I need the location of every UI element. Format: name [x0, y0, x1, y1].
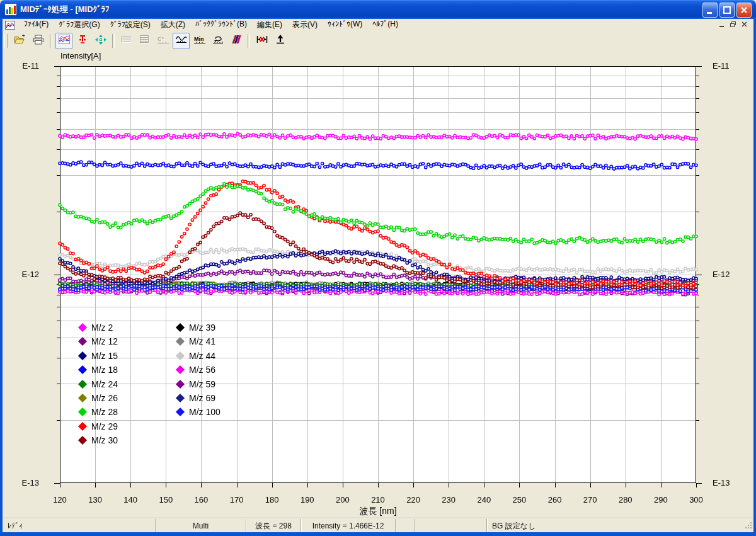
- legend-diamond-icon: [78, 422, 87, 431]
- toolbar: C°C°Min: [3, 31, 753, 51]
- legend-label: M/z 2: [91, 322, 113, 333]
- mid-graph-window-icon[interactable]: [5, 20, 15, 30]
- legend-diamond-icon: [176, 408, 185, 416]
- close-button[interactable]: [736, 3, 752, 18]
- legend-diamond-icon: [78, 337, 87, 346]
- mdi-minimize-button[interactable]: [717, 20, 727, 29]
- open-file-button[interactable]: [11, 33, 28, 49]
- menu-item-6[interactable]: 編集(E): [252, 18, 287, 31]
- resize-grip[interactable]: [744, 521, 753, 532]
- up-arrow-icon: [275, 35, 286, 47]
- thermometer-icon: [77, 35, 88, 47]
- menu-item-8[interactable]: ｳｨﾝﾄﾞｳ(W): [323, 18, 367, 31]
- graph-display-button[interactable]: [55, 33, 72, 49]
- legend-item-m-z-2: M/z 2: [79, 321, 113, 334]
- clear-x-range-button[interactable]: [253, 33, 270, 49]
- legend-label: M/z 41: [189, 336, 215, 346]
- chart-area: Intensity[A] E-11E-12E-13 E-11E-12E-13 1…: [3, 50, 753, 518]
- x-axis-title: 波長 [nm]: [340, 506, 416, 517]
- menu-item-4[interactable]: 拡大(Z): [156, 18, 190, 31]
- window-border-right: [753, 19, 756, 532]
- x-tick-300: 300: [687, 495, 706, 505]
- legend-label: M/z 44: [189, 351, 215, 361]
- legend-item-m-z-30: M/z 30: [79, 434, 118, 447]
- legend-diamond-icon: [78, 394, 87, 402]
- y-tick-right-E-12: E-12: [713, 270, 740, 279]
- legend-label: M/z 59: [189, 379, 215, 389]
- refresh-cycle-button[interactable]: [209, 33, 226, 49]
- legend-item-m-z-12: M/z 12: [79, 335, 118, 348]
- legend-diamond-icon: [176, 351, 185, 360]
- x-tick-190: 190: [298, 495, 317, 505]
- legend-label: M/z 69: [189, 393, 215, 403]
- celsius-scale-button: C°C°: [154, 33, 171, 49]
- fit-to-window-button[interactable]: [92, 33, 109, 49]
- menu-item-7[interactable]: 表示(V): [287, 18, 323, 31]
- legend-diamond-icon: [78, 351, 87, 360]
- y-axis-title: Intensity[A]: [60, 51, 101, 60]
- legend-diamond-icon: [176, 337, 185, 346]
- menu-item-3[interactable]: ｸﾞﾗﾌ設定(S): [105, 18, 156, 31]
- status-spare-1: [395, 519, 414, 533]
- legend-item-m-z-24: M/z 24: [79, 378, 118, 391]
- min-scale-icon: Min: [193, 35, 206, 47]
- menu-items: ﾌｧｲﾙ(F)ｸﾞﾗﾌ選択(G)ｸﾞﾗﾌ設定(S)拡大(Z)ﾊﾞｯｸｸﾞﾗｳﾝﾄ…: [19, 18, 403, 31]
- toolbar-grip[interactable]: [4, 34, 8, 48]
- wave-icon: [176, 35, 187, 47]
- export-up-button[interactable]: [272, 33, 289, 49]
- menu-item-5[interactable]: ﾊﾞｯｸｸﾞﾗｳﾝﾄﾞ(B): [190, 18, 252, 31]
- maximize-button[interactable]: [719, 3, 735, 18]
- legend-item-m-z-59: M/z 59: [177, 378, 215, 391]
- legend-item-m-z-28: M/z 28: [79, 406, 118, 418]
- x-tick-220: 220: [404, 495, 423, 505]
- minimize-button[interactable]: [702, 3, 718, 18]
- loop-icon: [212, 35, 224, 47]
- window-title: MIDﾃﾞｰﾀ処理 - [MIDｸﾞﾗﾌ: [20, 4, 110, 15]
- menu-item-9[interactable]: ﾍﾙﾌﾟ(H): [367, 18, 403, 31]
- legend-item-m-z-15: M/z 15: [79, 350, 118, 362]
- app-icon: [4, 3, 17, 16]
- legend-item-m-z-100: M/z 100: [177, 406, 220, 418]
- legend-label: M/z 39: [189, 322, 215, 333]
- toolbar-separator: [50, 34, 52, 48]
- min-scale-button[interactable]: Min: [191, 33, 208, 49]
- filter-graph-button[interactable]: [227, 33, 244, 49]
- status-background: BG 設定なし: [486, 519, 753, 533]
- folder-open-icon: [14, 35, 26, 47]
- y-tick-right-E-13: E-13: [713, 478, 740, 488]
- legend-diamond-icon: [78, 380, 87, 389]
- menu-item-1[interactable]: ﾌｧｲﾙ(F): [19, 18, 54, 31]
- k-x-icon: [256, 35, 268, 47]
- legend-diamond-icon: [78, 323, 87, 332]
- status-bar: ﾚﾃﾞｨMulti波長 = 298Intensity = 1.466E-12BG…: [3, 518, 753, 533]
- legend-label: M/z 12: [91, 336, 118, 346]
- legend-diamond-icon: [78, 408, 87, 416]
- window-border-bottom: [0, 532, 756, 536]
- legend-diamond-icon: [176, 323, 185, 332]
- legend-item-m-z-69: M/z 69: [177, 392, 215, 404]
- chart-canvas[interactable]: [3, 50, 753, 518]
- title-bar: MIDﾃﾞｰﾀ処理 - [MIDｸﾞﾗﾌ: [0, 0, 756, 19]
- print-button[interactable]: [30, 33, 47, 49]
- mdi-close-button[interactable]: [740, 20, 750, 29]
- menu-item-2[interactable]: ｸﾞﾗﾌ選択(G): [54, 18, 105, 31]
- legend-item-m-z-41: M/z 41: [177, 335, 215, 348]
- legend-label: M/z 26: [91, 393, 118, 403]
- mdi-restore-button[interactable]: [728, 20, 738, 29]
- wave-display-button[interactable]: [173, 33, 190, 49]
- x-tick-280: 280: [616, 495, 635, 505]
- x-tick-200: 200: [333, 495, 352, 505]
- x-tick-140: 140: [121, 495, 140, 505]
- status-panels: ﾚﾃﾞｨMulti波長 = 298Intensity = 1.466E-12BG…: [3, 519, 753, 533]
- grid-a-icon: [121, 35, 132, 47]
- legend-label: M/z 18: [91, 365, 118, 375]
- grid-b-icon: [139, 35, 151, 47]
- x-tick-290: 290: [651, 495, 670, 505]
- grid-scale-b-button: [136, 33, 153, 49]
- thermometer-tool-button[interactable]: [74, 33, 91, 49]
- app-window: MIDﾃﾞｰﾀ処理 - [MIDｸﾞﾗﾌ ﾌｧｲﾙ(F)ｸﾞﾗﾌ選択(G)ｸﾞﾗ…: [0, 0, 756, 536]
- legend-item-m-z-26: M/z 26: [79, 392, 118, 404]
- y-tick-right-E-11: E-11: [713, 61, 740, 71]
- legend-item-m-z-29: M/z 29: [79, 420, 118, 433]
- y-tick-left-E-13: E-13: [11, 478, 39, 488]
